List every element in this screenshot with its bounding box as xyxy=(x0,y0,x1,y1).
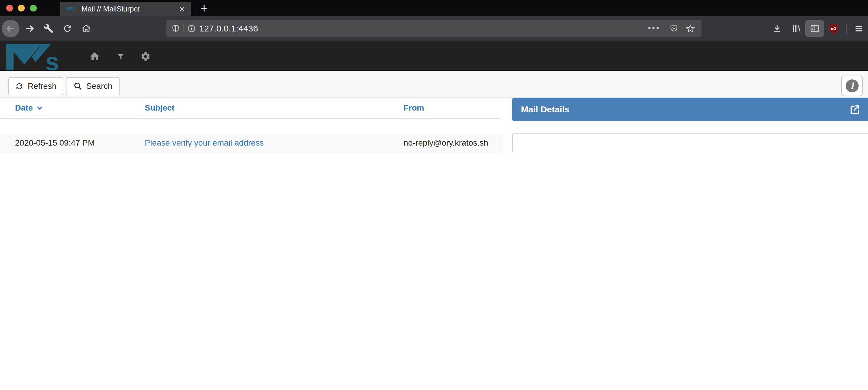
reload-button[interactable] xyxy=(62,23,73,34)
window-close-button[interactable] xyxy=(6,5,13,11)
library-icon xyxy=(792,24,802,33)
browser-window: Mail // MailSlurper + xyxy=(0,0,868,390)
url-bar[interactable]: 127.0.0.1:4436 ••• xyxy=(166,20,702,37)
toolbar-divider xyxy=(846,23,846,34)
browser-toolbar: 127.0.0.1:4436 ••• xyxy=(0,16,868,41)
nav-home-button[interactable] xyxy=(89,51,101,62)
mail-details-header: Mail Details xyxy=(512,98,868,121)
gear-icon xyxy=(141,52,151,61)
app-toolbar: Refresh Search i xyxy=(0,71,868,98)
mailslurper-logo xyxy=(6,42,73,70)
bookmark-star-icon[interactable] xyxy=(686,24,695,33)
ublock-origin-button[interactable]: uO xyxy=(828,23,839,34)
pocket-icon[interactable] xyxy=(669,24,679,33)
svg-text:uO: uO xyxy=(831,27,836,31)
nav-home-icon xyxy=(89,51,100,62)
tab-close-icon[interactable] xyxy=(179,6,186,13)
nav-settings-button[interactable] xyxy=(140,51,151,62)
search-button[interactable]: Search xyxy=(66,77,120,95)
menu-button[interactable] xyxy=(853,23,865,34)
filter-funnel-icon xyxy=(117,52,125,61)
forward-button[interactable] xyxy=(24,23,35,34)
browser-tab[interactable]: Mail // MailSlurper xyxy=(60,2,191,16)
column-header-date[interactable]: Date xyxy=(15,98,43,118)
tab-bar: Mail // MailSlurper + xyxy=(0,0,868,16)
home-icon xyxy=(81,23,91,34)
urlbar-divider xyxy=(183,24,184,33)
tab-title: Mail // MailSlurper xyxy=(82,5,176,13)
mail-details-body xyxy=(512,133,868,152)
open-in-new-window-button[interactable] xyxy=(849,104,860,115)
hamburger-icon xyxy=(854,24,864,33)
refresh-icon xyxy=(15,82,24,91)
search-icon xyxy=(73,82,82,91)
mail-table-row[interactable]: 2020-05-15 09:47 PM Please verify your e… xyxy=(0,133,503,153)
url-text[interactable]: 127.0.0.1:4436 xyxy=(199,20,258,37)
main-content: Date Subject From 2020-05-15 09:47 PM Pl… xyxy=(0,98,868,390)
home-button[interactable] xyxy=(81,23,91,34)
sidebar-icon xyxy=(810,24,820,33)
wrench-button[interactable] xyxy=(43,23,54,34)
back-arrow-icon xyxy=(5,23,16,34)
mail-date: 2020-05-15 09:47 PM xyxy=(15,133,95,153)
external-link-icon xyxy=(849,104,860,115)
sort-descending-icon xyxy=(36,104,43,112)
search-button-label: Search xyxy=(86,82,112,91)
column-header-subject[interactable]: Subject xyxy=(145,98,175,118)
info-icon: i xyxy=(846,80,859,92)
forward-arrow-icon xyxy=(24,23,35,34)
window-zoom-button[interactable] xyxy=(30,5,37,11)
mail-details-title: Mail Details xyxy=(521,104,569,114)
refresh-button-label: Refresh xyxy=(28,82,57,91)
tracking-protection-shield-icon[interactable] xyxy=(171,24,180,33)
info-button[interactable]: i xyxy=(841,76,863,96)
reload-icon xyxy=(62,24,72,33)
window-minimize-button[interactable] xyxy=(18,5,25,11)
column-header-from[interactable]: From xyxy=(404,98,424,118)
library-button[interactable] xyxy=(791,23,802,34)
nav-filter-button[interactable] xyxy=(115,51,126,62)
back-button[interactable] xyxy=(2,20,20,37)
sidebar-toggle-button[interactable] xyxy=(805,20,824,37)
mail-from: no-reply@ory.kratos.sh xyxy=(404,133,488,153)
mail-table-header: Date Subject From xyxy=(0,98,500,119)
wrench-icon xyxy=(43,24,54,33)
mail-subject-link[interactable]: Please verify your email address xyxy=(145,133,264,153)
page-actions-icon[interactable]: ••• xyxy=(648,20,660,37)
mailslurper-favicon-icon xyxy=(67,7,78,11)
site-info-icon[interactable] xyxy=(187,24,196,33)
app-navbar xyxy=(0,41,868,71)
downloads-button[interactable] xyxy=(772,23,782,34)
new-tab-button[interactable]: + xyxy=(198,2,211,16)
ublock-shield-icon: uO xyxy=(828,23,839,34)
download-icon xyxy=(772,24,782,33)
refresh-button[interactable]: Refresh xyxy=(8,77,63,95)
